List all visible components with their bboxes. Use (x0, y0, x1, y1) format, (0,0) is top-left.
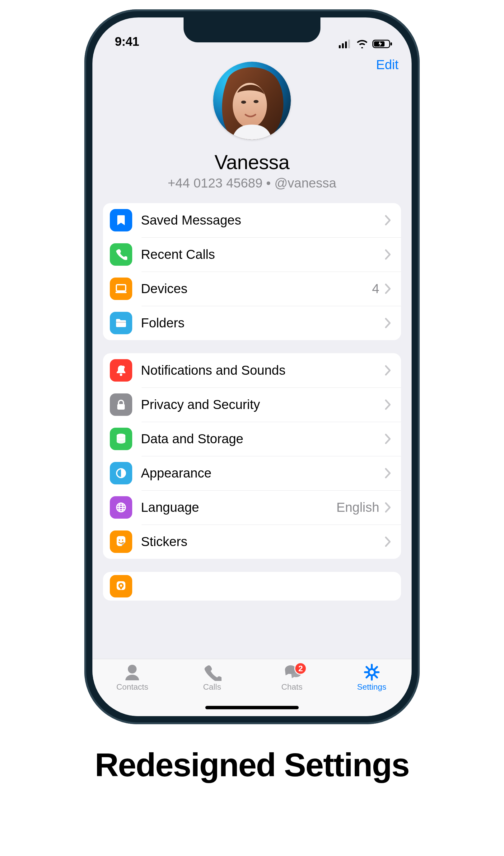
tab-settings[interactable]: Settings (332, 664, 412, 692)
phone-screen: 9:41 Edit (92, 17, 412, 716)
row-label: Notifications and Sounds (141, 363, 384, 378)
row-value: English (336, 500, 379, 515)
settings-group: Saved MessagesRecent CallsDevices4Folder… (103, 203, 401, 340)
row-label: Appearance (141, 466, 384, 481)
row-label: Folders (141, 315, 384, 330)
row-value: 4 (372, 281, 379, 296)
contrast-icon (110, 462, 132, 484)
chevron-right-icon (384, 398, 392, 411)
cellular-icon (339, 39, 352, 48)
row-saved-messages[interactable]: Saved Messages (103, 203, 401, 237)
chevron-right-icon (384, 433, 392, 445)
tab-contacts[interactable]: Contacts (92, 664, 172, 692)
tab-label: Settings (357, 682, 386, 692)
chevron-right-icon (384, 283, 392, 295)
svg-point-10 (254, 100, 258, 103)
svg-line-37 (375, 667, 377, 669)
settings-header: Edit (92, 52, 412, 203)
status-icons (339, 39, 393, 49)
chevron-right-icon (384, 214, 392, 226)
svg-point-24 (119, 540, 121, 541)
svg-rect-12 (115, 292, 127, 293)
svg-point-14 (120, 374, 122, 376)
row-label: Recent Calls (141, 247, 384, 262)
svg-rect-16 (117, 404, 125, 410)
svg-rect-2 (345, 41, 347, 48)
svg-rect-3 (348, 39, 350, 48)
home-indicator[interactable] (205, 706, 299, 709)
row-data-storage[interactable]: Data and Storage (103, 422, 401, 456)
battery-icon (373, 39, 393, 49)
row-label: Data and Storage (141, 431, 384, 446)
row-label: Stickers (141, 534, 384, 549)
chevron-right-icon (384, 535, 392, 548)
svg-point-30 (369, 669, 375, 675)
laptop-icon (110, 277, 132, 300)
tab-label: Chats (281, 682, 302, 692)
settings-group: Notifications and SoundsPrivacy and Secu… (103, 353, 401, 559)
page-caption: Redesigned Settings (95, 746, 409, 784)
tab-bar: Contacts Calls 2 Chats Settings (92, 659, 412, 716)
lock-icon (110, 393, 132, 416)
chevron-right-icon (384, 467, 392, 479)
question-icon (110, 575, 132, 597)
row-label: Devices (141, 281, 372, 296)
next-group-peek (103, 572, 401, 601)
svg-point-29 (128, 665, 137, 673)
svg-line-36 (375, 675, 377, 678)
svg-rect-1 (342, 43, 344, 48)
svg-rect-11 (116, 285, 126, 291)
globe-icon (110, 496, 132, 519)
tab-chats[interactable]: 2 Chats (252, 664, 332, 692)
row-label: Saved Messages (141, 213, 384, 228)
chats-badge: 2 (294, 662, 307, 675)
row-recent-calls[interactable]: Recent Calls (103, 237, 401, 272)
svg-point-15 (122, 366, 125, 369)
profile-name: Vanessa (104, 151, 400, 174)
phone-device-frame: 9:41 Edit (84, 9, 420, 724)
status-time: 9:41 (115, 35, 139, 49)
row-label: Language (141, 500, 336, 515)
chevron-right-icon (384, 248, 392, 261)
svg-rect-28 (120, 587, 122, 589)
tab-label: Calls (203, 682, 221, 692)
phone-icon (110, 243, 132, 266)
chevron-right-icon (384, 317, 392, 329)
svg-line-38 (366, 675, 369, 678)
avatar[interactable] (213, 62, 291, 140)
folder-icon (110, 312, 132, 334)
row-devices[interactable]: Devices4 (103, 272, 401, 306)
svg-point-9 (241, 101, 246, 104)
device-notch (183, 17, 321, 42)
svg-line-35 (366, 667, 369, 669)
svg-rect-5 (391, 42, 392, 46)
chevron-right-icon (384, 364, 392, 377)
row-appearance[interactable]: Appearance (103, 456, 401, 490)
sticker-icon (110, 530, 132, 553)
row-label: Privacy and Security (141, 397, 384, 412)
svg-rect-0 (339, 45, 341, 48)
tab-calls[interactable]: Calls (172, 664, 252, 692)
row-privacy[interactable]: Privacy and Security (103, 388, 401, 422)
row-folders[interactable]: Folders (103, 306, 401, 340)
row-notifications[interactable]: Notifications and Sounds (103, 353, 401, 388)
edit-button[interactable]: Edit (376, 57, 398, 72)
wifi-icon (356, 39, 368, 48)
svg-point-25 (122, 540, 124, 541)
row-stickers[interactable]: Stickers (103, 525, 401, 559)
row-language[interactable]: LanguageEnglish (103, 490, 401, 525)
svg-rect-13 (116, 322, 126, 323)
profile-subline: +44 0123 45689 • @vanessa (104, 176, 400, 191)
tab-label: Contacts (116, 682, 148, 692)
bookmark-icon (110, 209, 132, 232)
bell-icon (110, 359, 132, 381)
database-icon (110, 428, 132, 450)
chevron-right-icon (384, 501, 392, 514)
